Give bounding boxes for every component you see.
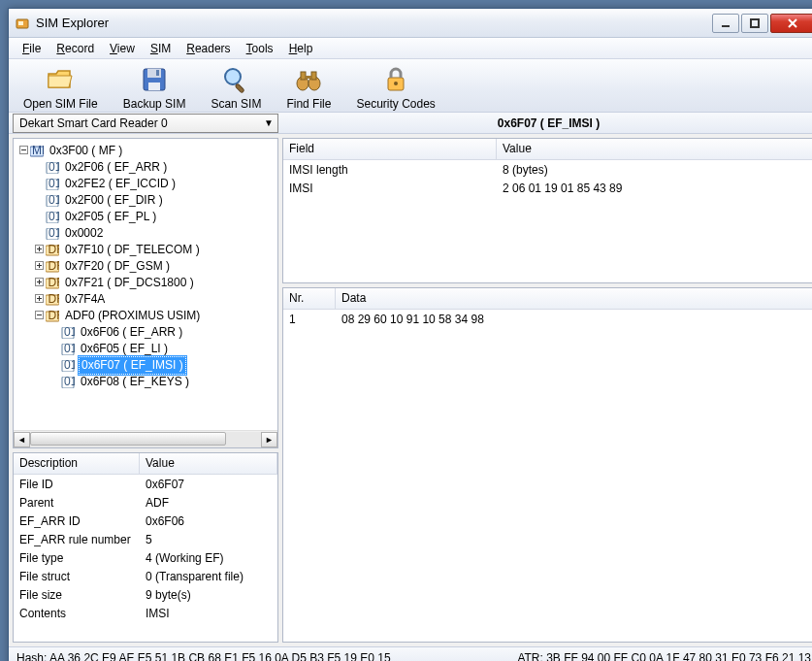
tree-node[interactable]: MF0x3F00 ( MF ) bbox=[17, 143, 277, 159]
desc-cell-name: File type bbox=[14, 551, 140, 565]
tree-expander-icon[interactable] bbox=[33, 258, 45, 275]
desc-col-value[interactable]: Value bbox=[140, 453, 277, 474]
desc-row[interactable]: ContentsIMSI bbox=[14, 604, 277, 622]
records-col-data[interactable]: Data bbox=[336, 288, 812, 309]
svg-rect-3 bbox=[751, 19, 759, 27]
desc-row[interactable]: ParentADF bbox=[14, 493, 277, 512]
tree-node[interactable]: 010x6F06 ( EF_ARR ) bbox=[17, 324, 277, 341]
fields-row[interactable]: IMSI2 06 01 19 01 85 43 89 bbox=[283, 179, 812, 197]
tree-node[interactable]: 010x2F06 ( EF_ARR ) bbox=[17, 159, 277, 176]
tree-node-label: ADF0 (PROXIMUS USIM) bbox=[63, 308, 202, 324]
tree-node-label: 0x6F05 ( EF_LI ) bbox=[79, 341, 170, 357]
svg-text:01: 01 bbox=[64, 377, 75, 388]
svg-rect-6 bbox=[148, 83, 160, 90]
menu-item-file[interactable]: File bbox=[15, 40, 49, 57]
tree-panel: MF0x3F00 ( MF )010x2F06 ( EF_ARR )010x2F… bbox=[13, 138, 278, 448]
reader-select[interactable]: Dekart Smart Card Reader 0 ▼ bbox=[13, 114, 278, 133]
record-cell-data: 08 29 60 10 91 10 58 34 98 bbox=[336, 313, 812, 326]
scroll-left-icon[interactable]: ◄ bbox=[14, 432, 30, 447]
svg-text:01: 01 bbox=[49, 162, 59, 174]
tree-node[interactable]: 010x6F05 ( EF_LI ) bbox=[17, 341, 277, 357]
desc-cell-name: File ID bbox=[14, 478, 140, 491]
menu-item-sim[interactable]: SIM bbox=[143, 40, 179, 57]
svg-rect-7 bbox=[156, 70, 159, 76]
window-title: SIM Explorer bbox=[36, 16, 712, 30]
ef-icon: 01 bbox=[45, 211, 60, 224]
desc-cell-value: 9 byte(s) bbox=[140, 588, 277, 602]
toolbtn-backup-sim[interactable]: Backup SIM bbox=[113, 61, 197, 112]
current-file-label: 0x6F07 ( EF_IMSI ) bbox=[278, 116, 812, 130]
menu-item-readers[interactable]: Readers bbox=[179, 40, 238, 57]
fields-col-field[interactable]: Field bbox=[283, 139, 497, 159]
desc-row[interactable]: File type4 (Working EF) bbox=[14, 548, 277, 567]
lock-icon bbox=[380, 64, 411, 95]
tree-node-label: 0x6F08 ( EF_KEYS ) bbox=[79, 374, 191, 390]
desc-row[interactable]: File struct0 (Transparent file) bbox=[14, 567, 277, 585]
toolbtn-security-codes[interactable]: Security Codes bbox=[345, 61, 445, 112]
tree-node[interactable]: DFADF0 (PROXIMUS USIM) bbox=[17, 308, 277, 324]
svg-text:DF: DF bbox=[49, 294, 60, 306]
tree-node-label: 0x3F00 ( MF ) bbox=[48, 143, 124, 159]
tree-node[interactable]: 010x2F05 ( EF_PL ) bbox=[17, 209, 277, 225]
menubar: FileRecordViewSIMReadersToolsHelp bbox=[9, 38, 812, 59]
tree-hscrollbar[interactable]: ◄ ► bbox=[14, 430, 277, 447]
records-panel: Nr. Data 108 29 60 10 91 10 58 34 98 bbox=[282, 287, 812, 643]
scroll-right-icon[interactable]: ► bbox=[261, 432, 277, 447]
df-icon: DF bbox=[45, 310, 60, 323]
tree-expander-icon[interactable] bbox=[33, 242, 45, 258]
tree-expander-icon[interactable] bbox=[33, 308, 45, 324]
svg-text:DF: DF bbox=[49, 278, 60, 289]
tree-node-label: 0x6F06 ( EF_ARR ) bbox=[79, 324, 184, 341]
toolbtn-scan-sim[interactable]: Scan SIM bbox=[200, 61, 272, 112]
menu-item-tools[interactable]: Tools bbox=[239, 40, 281, 57]
desc-row[interactable]: File ID0x6F07 bbox=[14, 475, 277, 493]
tree-node[interactable]: DF0x7F20 ( DF_GSM ) bbox=[17, 258, 277, 275]
svg-text:MF: MF bbox=[32, 146, 44, 157]
toolbtn-find-file[interactable]: Find File bbox=[276, 61, 341, 112]
tree-node[interactable]: 010x6F07 ( EF_IMSI ) bbox=[17, 357, 277, 374]
desc-row[interactable]: EF_ARR ID0x6F06 bbox=[14, 512, 277, 530]
toolbar: Open SIM FileBackup SIMScan SIMFind File… bbox=[9, 59, 812, 113]
file-tree[interactable]: MF0x3F00 ( MF )010x2F06 ( EF_ARR )010x2F… bbox=[14, 139, 277, 430]
tree-expander-icon[interactable] bbox=[17, 143, 29, 159]
toolbtn-open-sim-file[interactable]: Open SIM File bbox=[13, 61, 109, 112]
tree-node[interactable]: 010x2FE2 ( EF_ICCID ) bbox=[17, 176, 277, 192]
records-col-nr[interactable]: Nr. bbox=[283, 288, 336, 309]
tree-node-label: 0x2F00 ( EF_DIR ) bbox=[63, 192, 165, 209]
tree-node[interactable]: DF0x7F21 ( DF_DCS1800 ) bbox=[17, 275, 277, 291]
tree-node[interactable]: DF0x7F4A bbox=[17, 291, 277, 308]
maximize-button[interactable] bbox=[741, 14, 768, 33]
record-row[interactable]: 108 29 60 10 91 10 58 34 98 bbox=[283, 310, 812, 328]
menu-item-help[interactable]: Help bbox=[281, 40, 321, 57]
tree-node-label: 0x6F07 ( EF_IMSI ) bbox=[79, 356, 186, 375]
tree-expander-icon[interactable] bbox=[33, 291, 45, 308]
fields-col-value[interactable]: Value bbox=[497, 139, 812, 159]
menu-item-view[interactable]: View bbox=[102, 40, 143, 57]
tree-node[interactable]: 010x6F08 ( EF_KEYS ) bbox=[17, 374, 277, 390]
tree-node[interactable]: 010x0002 bbox=[17, 225, 277, 242]
desc-cell-value: 0 (Transparent file) bbox=[140, 570, 277, 583]
desc-row[interactable]: EF_ARR rule number5 bbox=[14, 530, 277, 548]
description-panel: Description Value File ID0x6F07ParentADF… bbox=[13, 452, 278, 643]
fields-row[interactable]: IMSI length8 (bytes) bbox=[283, 160, 812, 179]
scroll-thumb[interactable] bbox=[30, 432, 226, 446]
close-button[interactable] bbox=[770, 14, 812, 33]
svg-text:01: 01 bbox=[64, 327, 75, 339]
svg-text:01: 01 bbox=[49, 228, 59, 240]
menu-item-record[interactable]: Record bbox=[49, 40, 102, 57]
desc-row[interactable]: File size9 byte(s) bbox=[14, 585, 277, 604]
ef-icon: 01 bbox=[60, 359, 76, 373]
svg-rect-14 bbox=[305, 76, 312, 79]
desc-cell-value: ADF bbox=[140, 496, 277, 510]
record-cell-nr: 1 bbox=[283, 313, 336, 326]
minimize-button[interactable] bbox=[712, 14, 739, 33]
tree-node[interactable]: DF0x7F10 ( DF_TELECOM ) bbox=[17, 242, 277, 258]
desc-cell-value: 0x6F06 bbox=[140, 514, 277, 528]
desc-col-description[interactable]: Description bbox=[14, 453, 140, 474]
fields-cell-value: 2 06 01 19 01 85 43 89 bbox=[497, 182, 812, 195]
tree-expander-icon[interactable] bbox=[33, 275, 45, 291]
fields-panel: Field Value IMSI length8 (bytes)IMSI2 06… bbox=[282, 138, 812, 283]
statusbar: Hash: AA 36 2C E9 AE E5 51 1B CB 68 E1 F… bbox=[9, 646, 812, 661]
svg-rect-9 bbox=[236, 83, 245, 93]
tree-node[interactable]: 010x2F00 ( EF_DIR ) bbox=[17, 192, 277, 209]
